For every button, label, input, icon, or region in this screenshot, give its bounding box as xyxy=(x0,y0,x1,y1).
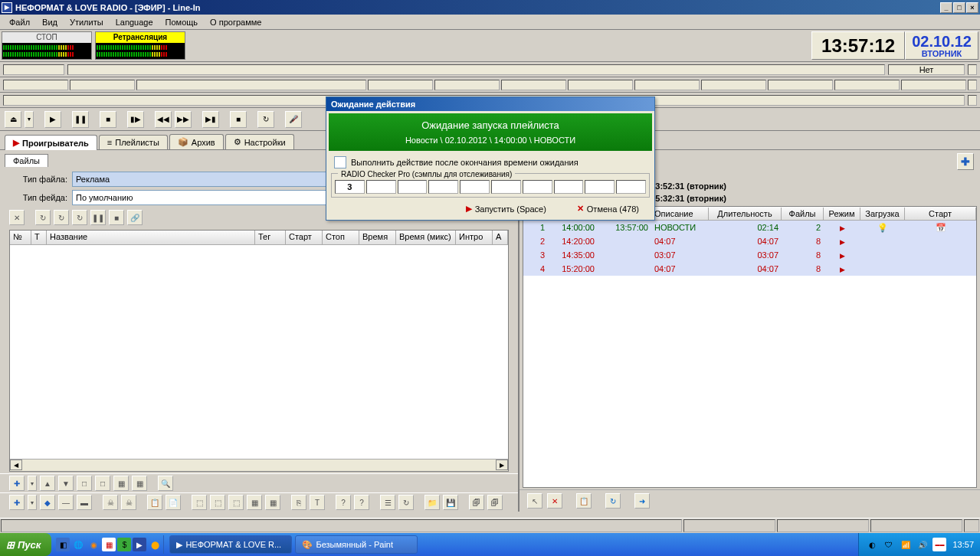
col-num[interactable]: № xyxy=(10,231,31,244)
subtab-files[interactable]: Файлы xyxy=(5,154,48,167)
forward-button[interactable]: ▶▶ xyxy=(175,111,192,128)
tb-btn[interactable]: ⬚ xyxy=(228,495,244,510)
tb-btn[interactable]: ? xyxy=(336,495,351,510)
pause2-button[interactable]: ❚❚ xyxy=(90,210,106,225)
playlist-row[interactable]: 114:00:0013:57:00НОВОСТИ02:142▶💡📅 xyxy=(523,221,976,234)
menu-language[interactable]: Language xyxy=(110,16,159,28)
stop-button[interactable]: ■ xyxy=(100,111,116,128)
ql-icon[interactable]: ◉ xyxy=(87,538,100,551)
tb-btn[interactable]: ▦ xyxy=(247,495,262,510)
tray-icon[interactable]: 🔊 xyxy=(916,538,929,551)
tray-icon[interactable]: ◐ xyxy=(865,538,879,551)
rcol-files[interactable]: Файлы xyxy=(782,208,824,220)
refresh3-button[interactable]: ↻ xyxy=(72,210,87,225)
tb-btn[interactable]: □ xyxy=(77,476,92,491)
tb-btn[interactable]: ▬ xyxy=(77,495,92,510)
taskbar-app-1[interactable]: ▶ НЕФОРМАТ & LOVE R... xyxy=(169,535,292,554)
add-playlist-button[interactable]: ✚ xyxy=(957,153,974,170)
col-timemix[interactable]: Время (микс) xyxy=(396,231,456,244)
stop-next-button[interactable]: ▮▶ xyxy=(127,111,144,128)
rcol-dur[interactable]: Длительность xyxy=(709,208,782,220)
tb-btn[interactable]: 📋 xyxy=(147,495,162,510)
col-time[interactable]: Время xyxy=(359,231,396,244)
next-button[interactable]: ▶▮ xyxy=(202,111,219,128)
tb-btn[interactable]: □ xyxy=(95,476,110,491)
up-button[interactable]: ▲ xyxy=(40,476,55,491)
play-button[interactable]: ▶ xyxy=(44,111,61,128)
cursor-button[interactable]: ↖ xyxy=(527,493,542,509)
menu-file[interactable]: Файл xyxy=(3,16,36,28)
tray-lang-icon[interactable]: ▬▬ xyxy=(932,538,946,551)
eject-button[interactable]: ⏏ xyxy=(5,111,21,128)
tb-btn[interactable]: ▦ xyxy=(113,476,129,491)
tb-btn[interactable]: 🗐 xyxy=(469,495,484,510)
menu-help[interactable]: Помощь xyxy=(159,16,205,28)
playlist-row[interactable]: 314:35:0003:0703:078▶ xyxy=(523,248,976,262)
down-button[interactable]: ▼ xyxy=(58,476,74,491)
tb-btn[interactable]: 📄 xyxy=(166,495,181,510)
run-pl-button[interactable]: ➜ xyxy=(634,493,650,509)
col-a[interactable]: А xyxy=(493,231,508,244)
tb-btn[interactable]: ☰ xyxy=(380,495,395,510)
search-button[interactable]: 🔍 xyxy=(158,476,173,491)
tb-btn[interactable]: ⎘ xyxy=(291,495,306,510)
col-name[interactable]: Название xyxy=(47,231,255,244)
cancel-button[interactable]: ✕Отмена (478) xyxy=(577,204,639,214)
scroll-left-button[interactable]: ◀ xyxy=(10,460,22,470)
stop2-button[interactable]: ■ xyxy=(230,111,247,128)
rewind-button[interactable]: ◀◀ xyxy=(155,111,172,128)
refresh1-button[interactable]: ↻ xyxy=(35,210,51,225)
tb-btn[interactable]: 🗐 xyxy=(487,495,503,510)
col-intro[interactable]: Интро xyxy=(456,231,493,244)
col-stop[interactable]: Стоп xyxy=(323,231,359,244)
col-t[interactable]: Т xyxy=(31,231,47,244)
tab-archive[interactable]: 📦Архив xyxy=(169,134,224,149)
playlist-row[interactable]: 214:20:0004:0704:078▶ xyxy=(523,234,976,248)
ql-icon[interactable]: ⬤ xyxy=(148,538,162,551)
tb-btn[interactable]: — xyxy=(58,495,74,510)
col-tag[interactable]: Тег xyxy=(255,231,286,244)
tab-settings[interactable]: ⚙Настройки xyxy=(225,134,294,149)
delete-pl-button[interactable]: ✕ xyxy=(547,493,562,509)
ql-icon[interactable]: ◧ xyxy=(56,538,70,551)
minimize-button[interactable]: _ xyxy=(940,2,952,13)
taskbar-app-2[interactable]: 🎨 Безымянный - Paint xyxy=(295,535,418,554)
close-button[interactable]: × xyxy=(966,2,978,13)
loop-button[interactable]: ↻ xyxy=(257,111,274,128)
refresh-pl-button[interactable]: ↻ xyxy=(605,493,621,509)
scroll-right-button[interactable]: ▶ xyxy=(496,460,508,470)
tb-btn[interactable]: ↻ xyxy=(398,495,414,510)
menu-utilities[interactable]: Утилиты xyxy=(64,16,110,28)
launch-button[interactable]: ▶Запустить (Space) xyxy=(466,204,546,214)
mic-off-button[interactable]: 🎤̸ xyxy=(285,111,302,128)
skull1-icon[interactable]: ☠ xyxy=(103,495,118,510)
stop3-button[interactable]: ■ xyxy=(109,210,124,225)
link-button[interactable]: 🔗 xyxy=(127,210,143,225)
tb-btn[interactable]: 💾 xyxy=(443,495,458,510)
tab-playlists[interactable]: ≡Плейлисты xyxy=(99,135,168,149)
after-timeout-checkbox[interactable] xyxy=(334,156,346,168)
tray-icon[interactable]: 📶 xyxy=(899,538,913,551)
tab-player[interactable]: ▶Проигрыватель xyxy=(5,135,97,150)
menu-view[interactable]: Вид xyxy=(36,16,64,28)
tb-btn[interactable]: ◆ xyxy=(40,495,55,510)
ql-icon[interactable]: ▶ xyxy=(133,538,146,551)
tb-btn[interactable]: ⬚ xyxy=(192,495,207,510)
skull2-icon[interactable]: ☠ xyxy=(121,495,136,510)
pause-button[interactable]: ❚❚ xyxy=(72,111,89,128)
rcol-load[interactable]: Загрузка xyxy=(860,208,905,220)
rcol-desc[interactable]: Описание xyxy=(651,208,709,220)
tb-btn[interactable]: ? xyxy=(354,495,369,510)
tb-btn[interactable]: T xyxy=(310,495,325,510)
rcol-start[interactable]: Старт xyxy=(905,208,976,220)
add2-button[interactable]: ✚ xyxy=(9,495,25,510)
copy-pl-button[interactable]: 📋 xyxy=(576,493,592,509)
add2-dd-button[interactable]: ▼ xyxy=(28,495,37,510)
menu-about[interactable]: О программе xyxy=(204,16,267,28)
tb-btn[interactable]: ▦ xyxy=(132,476,147,491)
maximize-button[interactable]: □ xyxy=(953,2,965,13)
ql-icon[interactable]: $ xyxy=(117,538,131,551)
rcol-mode[interactable]: Режим xyxy=(824,208,860,220)
refresh2-button[interactable]: ↻ xyxy=(54,210,69,225)
playlist-row[interactable]: 415:20:0004:0704:078▶ xyxy=(523,262,976,276)
